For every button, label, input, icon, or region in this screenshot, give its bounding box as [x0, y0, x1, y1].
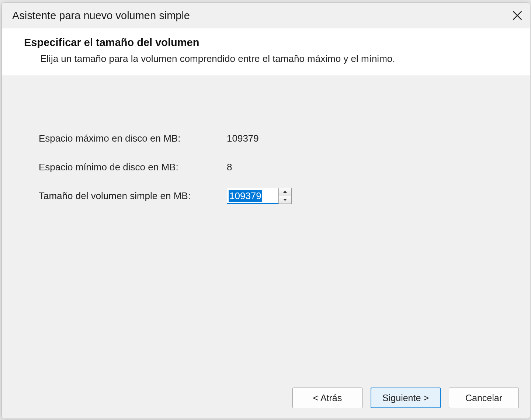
spinner-up-button[interactable] — [279, 188, 291, 196]
spinner-buttons — [278, 188, 292, 204]
svg-marker-2 — [283, 191, 287, 193]
cancel-button[interactable]: Cancelar — [449, 388, 519, 408]
min-space-label: Espacio mínimo de disco en MB: — [39, 162, 227, 173]
spinner-down-button[interactable] — [279, 196, 291, 204]
chevron-down-icon — [283, 198, 287, 201]
titlebar: Asistente para nuevo volumen simple — [2, 3, 530, 28]
step-header: Especificar el tamaño del volumen Elija … — [2, 28, 530, 76]
footer: < Atrás Siguiente > Cancelar — [2, 377, 530, 419]
row-volume-size: Tamaño del volumen simple en MB: 109379 — [39, 181, 493, 210]
volume-size-value: 109379 — [229, 190, 262, 202]
content-area: Espacio máximo en disco en MB: 109379 Es… — [2, 76, 530, 377]
next-button[interactable]: Siguiente > — [371, 388, 441, 408]
row-max-space: Espacio máximo en disco en MB: 109379 — [39, 124, 493, 153]
max-space-value: 109379 — [227, 133, 259, 144]
volume-size-label: Tamaño del volumen simple en MB: — [39, 190, 227, 202]
min-space-value: 8 — [227, 162, 232, 173]
close-button[interactable] — [508, 6, 527, 25]
close-icon — [513, 11, 522, 20]
window-title: Asistente para nuevo volumen simple — [12, 10, 190, 22]
step-title: Especificar el tamaño del volumen — [24, 37, 508, 49]
volume-size-spinner: 109379 — [227, 188, 292, 204]
wizard-window: Asistente para nuevo volumen simple Espe… — [1, 2, 530, 419]
max-space-label: Espacio máximo en disco en MB: — [39, 133, 227, 144]
chevron-up-icon — [283, 190, 287, 193]
row-min-space: Espacio mínimo de disco en MB: 8 — [39, 153, 493, 181]
back-button[interactable]: < Atrás — [292, 388, 362, 408]
volume-size-input[interactable]: 109379 — [227, 188, 278, 204]
step-description: Elija un tamaño para la volumen comprend… — [24, 52, 427, 65]
svg-marker-3 — [283, 199, 287, 201]
